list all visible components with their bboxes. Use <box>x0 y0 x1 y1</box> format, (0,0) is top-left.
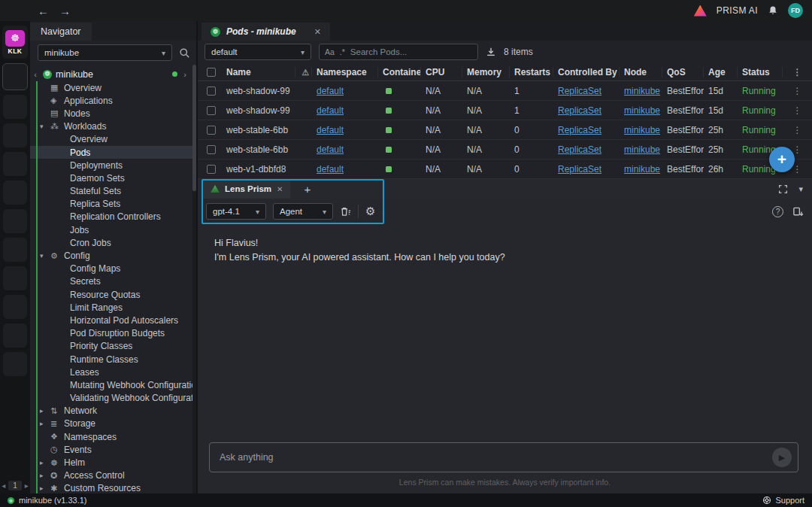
hotbar-empty-slot[interactable] <box>3 152 27 176</box>
row-checkbox[interactable] <box>207 87 216 96</box>
column-header-qos[interactable]: QoS <box>662 67 704 77</box>
sidebar-item-custom-resources[interactable]: ▸✱Custom Resources <box>30 482 196 493</box>
prism-tab-close-icon[interactable]: ✕ <box>277 185 283 193</box>
sidebar-item-namespaces[interactable]: ❖Namespaces <box>30 430 196 443</box>
sidebar-item-workloads[interactable]: ▾⁂Workloads <box>30 120 196 133</box>
column-header-node[interactable]: Node <box>620 67 662 77</box>
match-case-toggle[interactable]: Aa <box>325 47 335 56</box>
controlled-by-link[interactable]: ReplicaSet <box>553 125 620 135</box>
sidebar-item-cron-jobs[interactable]: Cron Jobs <box>30 236 196 249</box>
sidebar-item-horizontal-pod-autoscalers[interactable]: Horizontal Pod Autoscalers <box>30 314 196 326</box>
hotbar-empty-slot[interactable] <box>3 238 27 262</box>
node-link[interactable]: minikube <box>620 164 662 175</box>
column-header-name[interactable]: Name <box>222 67 295 77</box>
namespace-link[interactable]: default <box>312 164 378 175</box>
sidebar-item-config[interactable]: ▾⚙Config <box>30 249 196 262</box>
sidebar-item-network[interactable]: ▸⇅Network <box>30 405 196 417</box>
hotbar-cluster-klk[interactable]: ☸ KLK <box>2 26 28 59</box>
namespace-link[interactable]: default <box>312 144 378 155</box>
regex-toggle[interactable]: .* <box>340 47 345 56</box>
row-menu-kebab-icon[interactable]: ⋮ <box>783 86 812 96</box>
hotbar-empty-slot[interactable] <box>3 295 27 319</box>
hotbar-empty-slot[interactable] <box>3 95 27 119</box>
controlled-by-link[interactable]: ReplicaSet <box>553 164 620 175</box>
hotbar-prev-page-icon[interactable]: ◂ <box>2 481 5 490</box>
user-avatar[interactable]: FD <box>788 3 803 18</box>
sidebar-item-validating-webhook-configurations[interactable]: Validating Webhook Configurations <box>30 392 196 405</box>
sidebar-item-storage[interactable]: ▸≣Storage <box>30 417 196 430</box>
pods-search-input[interactable] <box>350 47 441 56</box>
sidebar-item-config-maps[interactable]: Config Maps <box>30 263 196 275</box>
select-all-checkbox[interactable] <box>207 68 216 77</box>
cluster-tree-root[interactable]: ‹ ☸ minikube › <box>30 67 196 81</box>
node-link[interactable]: minikube <box>620 86 662 96</box>
hotbar-empty-slot[interactable] <box>3 266 27 290</box>
sidebar-item-pod-disruption-budgets[interactable]: Pod Disruption Budgets <box>30 327 196 340</box>
sidebar-item-resource-quotas[interactable]: Resource Quotas <box>30 288 196 301</box>
row-checkbox[interactable] <box>207 106 216 115</box>
row-menu-kebab-icon[interactable]: ⋮ <box>783 125 812 135</box>
row-checkbox[interactable] <box>207 126 216 135</box>
model-select[interactable]: gpt-4.1 ▾ <box>206 203 266 220</box>
column-header-namespace[interactable]: Namespace <box>312 67 378 77</box>
sidebar-item-pods[interactable]: Pods <box>30 146 196 159</box>
dock-to-bottom-icon[interactable] <box>792 206 804 217</box>
row-checkbox[interactable] <box>207 165 216 174</box>
notifications-bell-icon[interactable] <box>768 5 778 16</box>
navigator-tab[interactable]: Navigator <box>30 23 92 41</box>
hotbar-next-page-icon[interactable]: ▸ <box>25 481 29 490</box>
namespace-link[interactable]: default <box>312 86 378 96</box>
hotbar-empty-slot[interactable] <box>3 123 27 147</box>
send-message-button[interactable]: ▶ <box>772 448 792 467</box>
prism-collapse-chevron-icon[interactable]: ▾ <box>798 184 803 194</box>
prism-help-icon[interactable]: ? <box>772 206 783 217</box>
sidebar-item-overview[interactable]: ▦Overview <box>30 81 196 94</box>
node-link[interactable]: minikube <box>620 125 662 135</box>
prism-settings-gear-icon[interactable]: ⚙ <box>365 205 375 218</box>
sidebar-item-runtime-classes[interactable]: Runtime Classes <box>30 353 196 366</box>
sidebar-item-priority-classes[interactable]: Priority Classes <box>30 340 196 353</box>
hotbar-empty-slot[interactable] <box>3 323 27 348</box>
table-row[interactable]: web-shadow-99defaultN/AN/A1ReplicaSetmin… <box>198 101 812 120</box>
column-header-controlled-by[interactable]: Controlled By <box>553 67 620 77</box>
row-menu-kebab-icon[interactable]: ⋮ <box>783 105 812 116</box>
sidebar-item-daemon-sets[interactable]: Daemon Sets <box>30 172 196 184</box>
table-row[interactable]: web-v1-dbbfd8defaultN/AN/A0ReplicaSetmin… <box>198 159 812 179</box>
create-resource-fab-button[interactable]: + <box>769 147 795 172</box>
hotbar-empty-slot[interactable] <box>3 181 27 205</box>
hotbar-empty-slot[interactable] <box>3 352 27 376</box>
sidebar-item-access-control[interactable]: ▸✪Access Control <box>30 469 196 482</box>
chevron-left-icon[interactable]: ‹ <box>32 70 39 79</box>
node-link[interactable]: minikube <box>620 144 662 155</box>
column-header-restarts[interactable]: Restarts <box>510 67 553 77</box>
namespace-link[interactable]: default <box>312 105 378 116</box>
namespace-link[interactable]: default <box>312 125 378 135</box>
sidebar-item-deployments[interactable]: Deployments <box>30 159 196 172</box>
navigator-search-icon[interactable] <box>179 47 190 59</box>
table-menu-kebab-icon[interactable]: ⋮ <box>783 67 812 77</box>
sidebar-item-limit-ranges[interactable]: Limit Ranges <box>30 301 196 314</box>
sidebar-item-replication-controllers[interactable]: Replication Controllers <box>30 211 196 223</box>
prism-tab-lens-prism[interactable]: Lens Prism ✕ <box>203 179 290 199</box>
table-row[interactable]: web-stable-6bbdefaultN/AN/A0ReplicaSetmi… <box>198 120 812 140</box>
chevron-right-icon[interactable]: › <box>181 70 189 79</box>
sidebar-item-applications[interactable]: ◈Applications <box>30 94 196 107</box>
warning-column-icon[interactable]: ⚠ <box>295 67 312 77</box>
sidebar-item-overview[interactable]: Overview <box>30 133 196 146</box>
controlled-by-link[interactable]: ReplicaSet <box>553 105 620 116</box>
controlled-by-link[interactable]: ReplicaSet <box>553 86 620 96</box>
row-checkbox[interactable] <box>207 145 216 154</box>
support-button[interactable]: Support <box>762 496 804 505</box>
sidebar-item-mutating-webhook-configurations[interactable]: Mutating Webhook Configurations <box>30 378 196 391</box>
sidebar-item-helm[interactable]: ▸☸Helm <box>30 456 196 469</box>
sidebar-item-events[interactable]: ◷Events <box>30 443 196 456</box>
node-link[interactable]: minikube <box>620 105 662 116</box>
column-header-cpu[interactable]: CPU <box>421 67 462 77</box>
sidebar-item-secrets[interactable]: Secrets <box>30 275 196 288</box>
column-header-status[interactable]: Status <box>738 67 783 77</box>
sidebar-item-replica-sets[interactable]: Replica Sets <box>30 198 196 211</box>
controlled-by-link[interactable]: ReplicaSet <box>553 144 620 155</box>
column-header-container[interactable]: Container <box>378 67 421 77</box>
history-forward-icon[interactable]: → <box>59 5 71 17</box>
tab-pods-minikube[interactable]: ☸ Pods - minikube ✕ <box>201 23 330 41</box>
